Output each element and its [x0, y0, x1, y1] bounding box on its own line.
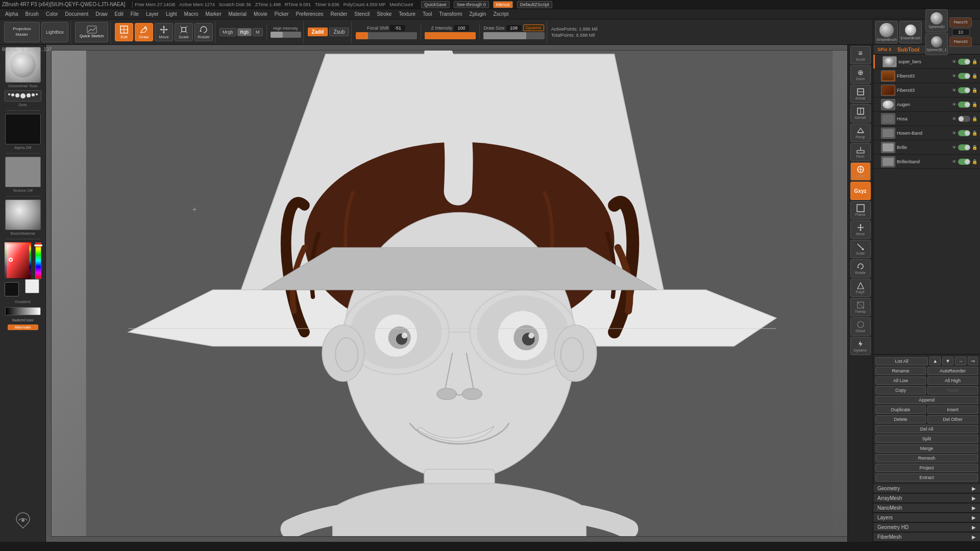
move-tool-btn[interactable]: Move [850, 220, 871, 239]
delete-button[interactable]: Delete [875, 415, 926, 423]
subtool-eye-6[interactable]: 👁 [951, 130, 957, 136]
menu-item-alpha[interactable]: Alpha [2, 11, 21, 17]
local-btn[interactable]: Local [850, 162, 871, 181]
switch-color-btn[interactable]: SwitchColor [12, 318, 34, 322]
subtool-toggle-5[interactable] [958, 116, 970, 122]
geometry-hd-section[interactable]: Geometry HD ▶ [873, 522, 980, 532]
intensity-slider[interactable] [271, 32, 301, 38]
subtool-item-fibers2[interactable]: Fibers93 👁 🔒 [873, 83, 980, 97]
subtool-lock-5[interactable]: 🔒 [971, 116, 978, 122]
menu-item-stroke[interactable]: Stroke [374, 11, 395, 17]
menu-item-render[interactable]: Render [328, 11, 351, 17]
subtool-item-hosen-band[interactable]: Hosen-Band 👁 🔒 [873, 126, 980, 140]
del-all-button[interactable]: Del All [875, 425, 978, 433]
subtool-toggle-2[interactable] [958, 73, 970, 79]
menu-item-movie[interactable]: Movie [251, 11, 271, 17]
dynamic-button[interactable]: Dynamic [523, 24, 544, 31]
copy-button[interactable]: Copy [875, 386, 926, 394]
subtool-item-super-bers[interactable]: super_bers 👁 🔒 [873, 55, 980, 69]
dynamc-btn[interactable]: Dynamc [850, 337, 871, 355]
gxyz-btn[interactable]: Gxyz [850, 182, 871, 200]
subtool-toggle-7[interactable] [958, 144, 970, 151]
scale-button[interactable]: Scale [175, 23, 193, 41]
scroll-btn[interactable]: ≡ Scroll [850, 46, 871, 64]
zadd-button[interactable]: Zadd [308, 28, 328, 36]
menu-item-transform[interactable]: Transform [436, 11, 465, 17]
subtool-lock-6[interactable]: 🔒 [971, 130, 978, 136]
eraser-brush-button[interactable]: EraserBrush [899, 21, 922, 43]
subtool-item-brillenband[interactable]: Brillenband 👁 🔒 [873, 155, 980, 169]
floor-btn[interactable]: Floor [850, 143, 871, 161]
alpha-preview[interactable] [5, 114, 41, 144]
fibers75-button[interactable]: Fibers75 [949, 17, 972, 28]
paste-button[interactable]: Paste [927, 386, 978, 394]
subtool-toggle-3[interactable] [958, 87, 970, 93]
subtool-lock-4[interactable]: 🔒 [971, 102, 978, 108]
menu-item-color[interactable]: Color [43, 11, 61, 17]
quick-sketch-button[interactable]: Quick Sketch [75, 22, 108, 42]
lightbox-button[interactable]: LightBox [41, 22, 68, 42]
geometry-section[interactable]: Geometry ▶ [873, 484, 980, 493]
menu-item-preferences[interactable]: Preferences [293, 11, 327, 17]
subtool-item-augen[interactable]: Augen 👁 🔒 [873, 97, 980, 112]
polyf-btn[interactable]: PolyF [850, 279, 871, 297]
menu-item-file[interactable]: File [128, 11, 142, 17]
brush-number-input[interactable] [952, 29, 970, 36]
rename-button[interactable]: Rename [875, 367, 926, 375]
subtool-item-brille[interactable]: Brille 👁 🔒 [873, 140, 980, 155]
sphere3d-button[interactable]: Sphere3D [925, 9, 948, 32]
transp-btn[interactable]: Transp [850, 298, 871, 316]
mrgb-button[interactable]: Mrgb [219, 28, 236, 36]
insert-button[interactable]: Insert [927, 406, 978, 414]
character-viewport[interactable] [52, 51, 867, 536]
list-all-button[interactable]: List All [875, 357, 928, 365]
menu-item-macro[interactable]: Macro [181, 11, 202, 17]
subtool-toggle-4[interactable] [958, 102, 970, 108]
duplicate-button[interactable]: Duplicate [875, 406, 926, 414]
aahalf-btn[interactable]: AAHalf [850, 104, 871, 122]
menu-item-light[interactable]: Light [163, 11, 180, 17]
brush-dots-preview[interactable] [5, 90, 41, 102]
projection-master-button[interactable]: Projection Master [4, 22, 40, 42]
merge-button[interactable]: Merge [875, 444, 978, 453]
arrow-right-button[interactable]: ⇒ [968, 357, 978, 365]
project-button[interactable]: Project [875, 464, 978, 472]
menu-item-brush[interactable]: Brush [22, 11, 42, 17]
subtool-toggle-6[interactable] [958, 130, 970, 136]
subtool-eye-7[interactable]: 👁 [951, 144, 957, 151]
menu-item-texture[interactable]: Texture [396, 11, 419, 17]
menu-item-draw[interactable]: Draw [92, 11, 110, 17]
subtool-eye-3[interactable]: 👁 [951, 87, 957, 93]
subtool-lock-7[interactable]: 🔒 [971, 144, 978, 151]
alternate-button[interactable]: Alternate [8, 324, 38, 330]
scale-tool-btn[interactable]: Scale [850, 240, 871, 258]
arrow-move-button[interactable]: → [955, 357, 966, 365]
menu-item-picker[interactable]: Picker [272, 11, 292, 17]
all-high-button[interactable]: All High [927, 377, 978, 385]
fibers33-button[interactable]: Fibers33 [949, 37, 972, 47]
menu-item-marker[interactable]: Marker [202, 11, 224, 17]
subtool-eye-2[interactable]: 👁 [951, 73, 957, 79]
subtool-lock-3[interactable]: 🔒 [971, 87, 978, 93]
menu-item-layer[interactable]: Layer [143, 11, 162, 17]
all-low-button[interactable]: All Low [875, 377, 926, 385]
material-sphere[interactable] [5, 199, 41, 230]
draw-button[interactable]: Draw [135, 23, 153, 41]
sphere3d1-button[interactable]: Sphere3D_1 [925, 33, 948, 55]
zoom-btn[interactable]: ⊕ Zoom [850, 65, 871, 84]
menu-item-tool[interactable]: Tool [420, 11, 435, 17]
subtool-lock-1[interactable]: 🔒 [971, 59, 978, 65]
array-mesh-section[interactable]: ArrayMesh ▶ [873, 493, 980, 503]
focal-shift-slider[interactable] [356, 32, 417, 39]
subtool-eye-8[interactable]: 👁 [951, 159, 957, 165]
menu-item-document[interactable]: Document [62, 11, 92, 17]
gradient-bar[interactable] [5, 307, 41, 315]
quicksave-button[interactable]: QuickSave [421, 1, 450, 8]
black-swatch[interactable] [5, 282, 19, 296]
rgb-button[interactable]: Rgb [237, 28, 252, 36]
edit-button[interactable]: Edit [115, 23, 133, 41]
nano-mesh-section[interactable]: NanoMesh ▶ [873, 503, 980, 513]
del-other-button[interactable]: Del Other [927, 415, 978, 423]
z-intensity-slider[interactable] [425, 32, 476, 39]
remesh-button[interactable]: Remesh [875, 454, 978, 462]
